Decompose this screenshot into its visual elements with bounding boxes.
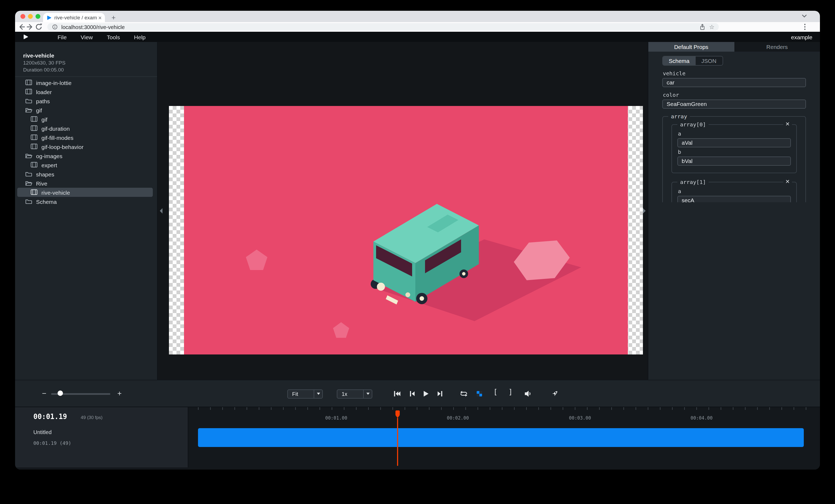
rocket-icon[interactable]	[550, 390, 559, 398]
remove-array-item-0-icon[interactable]: ✕	[783, 121, 792, 127]
color-input[interactable]: SeaFoamGreen	[662, 100, 806, 109]
vehicle-input[interactable]: car	[662, 78, 806, 87]
transparency-checkerboard-icon[interactable]	[475, 390, 484, 398]
collapse-panel-icon[interactable]	[643, 208, 646, 213]
skip-to-start-icon[interactable]	[393, 390, 401, 398]
array-0-a-input[interactable]: aVal	[677, 138, 791, 147]
frame-info: 49 (30 fps)	[81, 415, 102, 420]
sidebar-item-label: expert	[41, 162, 57, 168]
forward-button[interactable]	[26, 23, 35, 31]
menu-file[interactable]: File	[58, 34, 67, 40]
track-time: 00:01.19 (49)	[33, 441, 71, 446]
remove-array-item-1-icon[interactable]: ✕	[783, 178, 792, 185]
sidebar-item-label: gif	[41, 116, 47, 122]
folder-icon	[25, 171, 32, 177]
share-icon[interactable]	[699, 23, 706, 30]
array-1-a-input[interactable]: secA	[677, 196, 791, 202]
ruler-label: 00:04.00	[686, 415, 718, 421]
browser-tab[interactable]: rive-vehicle / example - Remot ×	[43, 13, 105, 22]
track-name[interactable]: Untitled	[33, 429, 52, 435]
composition-meta: 1200x630, 30 FPS	[23, 60, 157, 66]
menu-view[interactable]: View	[81, 34, 93, 40]
zoom-slider-knob[interactable]	[58, 391, 63, 396]
video-frame	[169, 106, 643, 355]
close-window-button[interactable]	[20, 14, 25, 19]
out-point-icon[interactable]: ]	[508, 388, 513, 396]
address-bar[interactable]: localhost:3000/rive-vehicle ☆	[47, 23, 719, 31]
collapse-sidebar-icon[interactable]	[160, 208, 162, 213]
bookmark-star-icon[interactable]: ☆	[709, 24, 714, 30]
reload-button[interactable]	[35, 23, 43, 31]
play-icon[interactable]	[421, 390, 430, 398]
timeline-track-bar[interactable]	[198, 428, 804, 447]
sidebar-item-rive-vehicle[interactable]: rive-vehicle	[17, 188, 153, 197]
sidebar-item-shapes[interactable]: shapes	[17, 169, 153, 178]
minimize-window-button[interactable]	[28, 14, 33, 19]
sidebar-item-schema[interactable]: Schema	[17, 197, 153, 206]
tab-default-props[interactable]: Default Props	[648, 42, 734, 51]
toggle-schema[interactable]: Schema	[663, 57, 695, 65]
zoom-in-button[interactable]: +	[117, 389, 122, 398]
sidebar-item-paths[interactable]: paths	[17, 96, 153, 105]
sidebar-item-gif[interactable]: gif	[17, 114, 153, 124]
forward-icon	[26, 23, 35, 31]
playhead[interactable]	[395, 411, 400, 466]
composition-icon	[30, 144, 38, 149]
next-frame-icon[interactable]	[436, 390, 444, 398]
sidebar-item-gif-folder[interactable]: gif	[17, 105, 153, 114]
props-form: Schema JSON vehicle car color SeaFoamGre…	[648, 51, 820, 202]
field-label-color: color	[663, 92, 806, 98]
folder-open-icon	[25, 153, 32, 159]
tab-strip-chevron-icon[interactable]	[802, 15, 807, 18]
menu-help[interactable]: Help	[134, 34, 145, 40]
speed-dropdown[interactable]: 1x	[337, 389, 372, 398]
browser-tab-strip: rive-vehicle / example - Remot × +	[15, 11, 820, 22]
tab-renders[interactable]: Renders	[734, 42, 820, 51]
back-button[interactable]	[17, 23, 26, 31]
sidebar-item-loader[interactable]: loader	[17, 87, 153, 96]
tab-close-icon[interactable]: ×	[98, 15, 102, 20]
schema-json-toggle: Schema JSON	[662, 56, 723, 66]
composition-icon	[25, 80, 32, 85]
previous-frame-icon[interactable]	[408, 390, 416, 398]
sidebar-item-gif-fill-modes[interactable]: gif-fill-modes	[17, 133, 153, 142]
in-point-icon[interactable]: [	[493, 388, 498, 396]
sidebar-item-gif-loop-behavior[interactable]: gif-loop-behavior	[17, 142, 153, 151]
sidebar-item-og-images[interactable]: og-images	[17, 151, 153, 160]
ruler-label: 00:02.00	[442, 415, 474, 421]
sidebar-item-image-in-lottie[interactable]: image-in-lottie	[17, 78, 153, 87]
menu-tools[interactable]: Tools	[107, 34, 120, 40]
preview-canvas	[158, 42, 648, 380]
sidebar-item-label: gif-loop-behavior	[41, 143, 83, 150]
sidebar-item-label: Rive	[36, 180, 47, 186]
sidebar-item-label: Schema	[36, 198, 57, 205]
timeline: 00:01.19 49 (30 fps) Untitled 00:01.19 (…	[15, 407, 820, 469]
fit-dropdown[interactable]: Fit	[287, 389, 323, 398]
current-timecode: 00:01.19	[33, 413, 67, 421]
sidebar-item-expert[interactable]: expert	[17, 160, 153, 169]
toggle-json[interactable]: JSON	[695, 57, 722, 65]
playhead-handle[interactable]	[395, 411, 400, 415]
loop-icon[interactable]	[460, 390, 468, 398]
folder-icon	[25, 198, 32, 204]
sidebar-item-gif-duration[interactable]: gif-duration	[17, 124, 153, 133]
array-0-b-input[interactable]: bVal	[677, 156, 791, 166]
browser-menu-button[interactable]	[800, 23, 809, 31]
zoom-window-button[interactable]	[36, 14, 40, 19]
volume-icon[interactable]	[524, 390, 532, 398]
sidebar-item-label: shapes	[36, 171, 54, 177]
timeline-ruler[interactable]	[198, 407, 815, 410]
new-tab-button[interactable]: +	[110, 14, 117, 21]
sidebar-item-label: og-images	[36, 152, 62, 159]
remotion-logo[interactable]	[23, 34, 28, 40]
chevron-down-icon	[314, 390, 322, 398]
menu-items: File View Tools Help	[58, 34, 145, 40]
sidebar-item-rive[interactable]: Rive	[17, 178, 153, 188]
main-area: rive-vehicle 1200x630, 30 FPS Duration 0…	[15, 42, 820, 380]
zoom-out-button[interactable]: −	[42, 389, 46, 398]
browser-toolbar: localhost:3000/rive-vehicle ☆	[15, 22, 820, 32]
speed-dropdown-value: 1x	[337, 391, 363, 397]
site-info-icon[interactable]	[52, 24, 58, 30]
transport-bar: − + Fit 1x	[15, 380, 820, 407]
composition-icon	[25, 89, 32, 94]
